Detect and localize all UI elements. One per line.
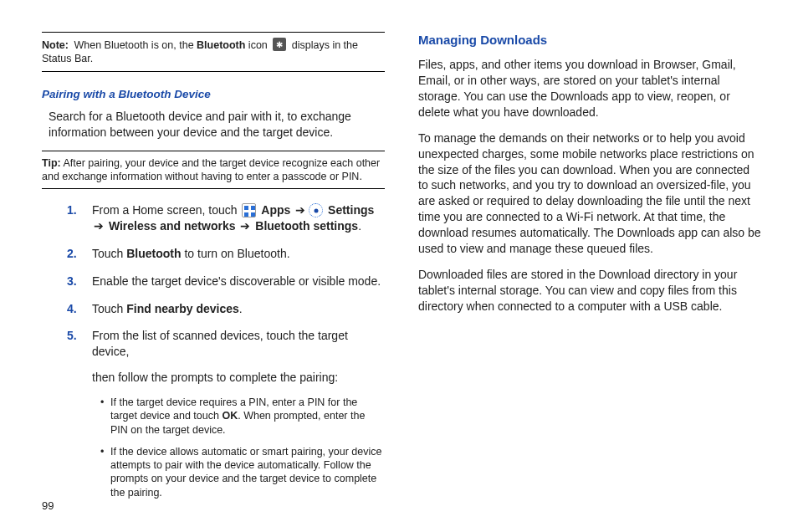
step-4: 4. Touch Find nearby devices. [67,301,385,317]
note-box: Note: When Bluetooth is on, the Bluetoot… [42,32,385,72]
step-1: 1. From a Home screen, touch Apps ➔ Sett… [67,202,385,234]
step-5-bullets: If the target device requires a PIN, ent… [92,396,385,499]
bullet-1: If the target device requires a PIN, ent… [100,396,385,437]
tip-text: After pairing, your device and the targe… [42,157,380,182]
page-number: 99 [42,499,54,512]
note-line1: When Bluetooth is on, the Bluetooth icon… [42,39,358,64]
right-p2: To manage the demands on their networks … [418,130,761,257]
step-num: 3. [67,274,77,289]
tip-lead: Tip: [42,157,61,169]
right-p1: Files, apps, and other items you downloa… [418,57,761,120]
right-column: Managing Downloads Files, apps, and othe… [418,32,761,511]
arrow-icon: ➔ [295,203,305,217]
bluetooth-icon [273,38,286,51]
tip-box: Tip: After pairing, your device and the … [42,151,385,190]
right-p3: Downloaded files are stored in the Downl… [418,267,761,315]
bullet-2: If the device allows automatic or smart … [100,445,385,499]
step-5: 5. From the list of scanned devices, tou… [67,328,385,499]
arrow-icon: ➔ [240,219,250,233]
step-num: 4. [67,301,77,317]
arrow-icon: ➔ [94,219,104,233]
step-2: 2. Touch Bluetooth to turn on Bluetooth. [67,246,385,262]
step-5-line2: then follow the prompts to complete the … [92,370,385,386]
step-3: 3. Enable the target device's discoverab… [67,274,385,289]
apps-icon [242,203,256,217]
step-num: 5. [67,328,77,344]
subheading-pairing: Pairing with a Bluetooth Device [42,87,385,102]
step-num: 2. [67,246,77,262]
left-column: Note: When Bluetooth is on, the Bluetoot… [42,32,385,511]
note-lead: Note: [42,39,69,51]
steps-list: 1. From a Home screen, touch Apps ➔ Sett… [42,202,385,499]
settings-icon [309,203,323,217]
heading-managing-downloads: Managing Downloads [418,32,761,49]
step-5-line1: From the list of scanned devices, touch … [92,328,385,360]
step-num: 1. [67,202,77,218]
intro-paragraph: Search for a Bluetooth device and pair w… [49,109,385,141]
manual-page: Note: When Bluetooth is on, the Bluetoot… [0,0,798,511]
